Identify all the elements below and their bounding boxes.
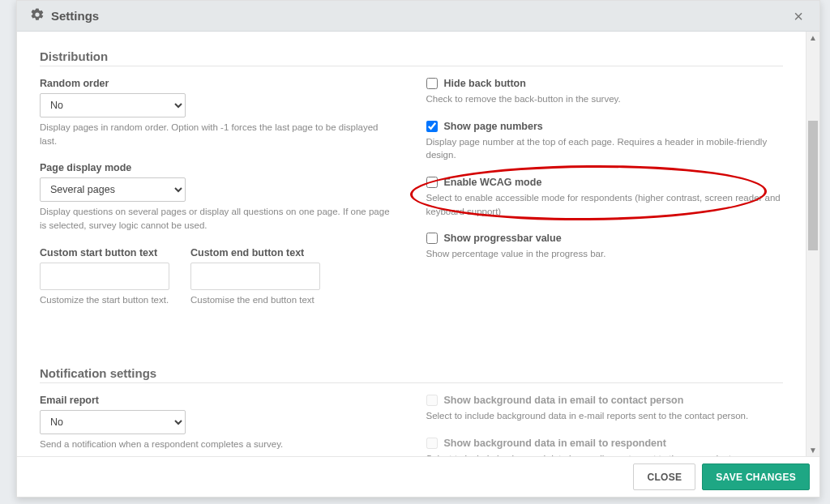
gears-icon bbox=[30, 7, 45, 24]
random-order-help: Display pages in random order. Option wi… bbox=[40, 121, 397, 147]
scroll-down-icon[interactable]: ▼ bbox=[809, 444, 817, 456]
show-page-numbers-label: Show page numbers bbox=[444, 121, 543, 132]
bg-contact-help: Select to include background data in e-m… bbox=[426, 409, 784, 423]
close-button[interactable]: CLOSE bbox=[633, 463, 695, 490]
save-changes-button[interactable]: SAVE CHANGES bbox=[702, 463, 810, 490]
page-display-mode-label: Page display mode bbox=[40, 162, 397, 173]
bg-respondent-label: Show background data in email to respond… bbox=[444, 438, 666, 449]
scroll-thumb[interactable] bbox=[808, 121, 818, 250]
modal-header: Settings × bbox=[17, 1, 819, 32]
custom-end-label: Custom end button text bbox=[190, 247, 320, 258]
custom-start-input[interactable] bbox=[40, 263, 169, 290]
random-order-label: Random order bbox=[40, 78, 397, 89]
show-page-numbers-checkbox[interactable] bbox=[426, 121, 438, 132]
modal-title: Settings bbox=[51, 9, 99, 23]
custom-start-label: Custom start button text bbox=[40, 247, 169, 258]
page-display-mode-select[interactable]: Several pages bbox=[40, 177, 186, 202]
bg-respondent-help: Select to include background data in e-m… bbox=[426, 452, 784, 456]
modal-body: Distribution Random order No Display pag… bbox=[17, 32, 806, 456]
custom-end-input[interactable] bbox=[190, 263, 320, 290]
show-progressbar-help: Show percentage value in the progress ba… bbox=[426, 247, 784, 261]
field-enable-wcag: Enable WCAG mode Select to enable access… bbox=[426, 177, 784, 218]
email-report-label: Email report bbox=[40, 395, 397, 406]
close-icon[interactable]: × bbox=[790, 8, 806, 24]
hide-back-label: Hide back button bbox=[444, 78, 526, 89]
custom-end-help: Customise the end button text bbox=[190, 293, 320, 307]
field-custom-end-button: Custom end button text Customise the end… bbox=[190, 247, 320, 307]
show-page-numbers-help: Display page number at the top of each p… bbox=[426, 135, 784, 162]
modal-footer: CLOSE SAVE CHANGES bbox=[17, 456, 819, 497]
bg-contact-label: Show background data in email to contact… bbox=[444, 395, 684, 406]
show-progressbar-label: Show progressbar value bbox=[444, 233, 562, 244]
distribution-left-col: Random order No Display pages in random … bbox=[40, 78, 397, 321]
field-bg-respondent: Show background data in email to respond… bbox=[426, 438, 784, 456]
hide-back-help: Check to remove the back-button in the s… bbox=[426, 92, 784, 106]
scrollbar[interactable]: ▲ ▼ bbox=[806, 32, 819, 456]
enable-wcag-help: Select to enable accessible mode for res… bbox=[426, 191, 784, 218]
hide-back-checkbox[interactable] bbox=[426, 78, 438, 89]
section-notification-title: Notification settings bbox=[40, 366, 783, 383]
random-order-select[interactable]: No bbox=[40, 93, 186, 117]
distribution-right-col: Hide back button Check to remove the bac… bbox=[426, 78, 784, 321]
field-email-report: Email report No Send a notification when… bbox=[40, 395, 397, 451]
enable-wcag-checkbox[interactable] bbox=[426, 177, 438, 188]
notification-left-col: Email report No Send a notification when… bbox=[40, 395, 397, 456]
show-progressbar-checkbox[interactable] bbox=[426, 233, 438, 244]
field-show-page-numbers: Show page numbers Display page number at… bbox=[426, 121, 784, 162]
custom-start-help: Customize the start button text. bbox=[40, 293, 169, 307]
bg-respondent-checkbox[interactable] bbox=[426, 438, 438, 449]
email-report-select[interactable]: No bbox=[40, 410, 186, 434]
field-hide-back-button: Hide back button Check to remove the bac… bbox=[426, 78, 784, 106]
notification-right-col: Show background data in email to contact… bbox=[426, 395, 784, 456]
enable-wcag-label: Enable WCAG mode bbox=[444, 177, 542, 188]
field-page-display-mode: Page display mode Several pages Display … bbox=[40, 162, 397, 232]
page-display-mode-help: Display questions on several pages or di… bbox=[40, 205, 397, 232]
section-distribution-title: Distribution bbox=[40, 49, 783, 66]
scroll-up-icon[interactable]: ▲ bbox=[809, 32, 817, 44]
scroll-track[interactable] bbox=[806, 44, 819, 444]
bg-contact-checkbox[interactable] bbox=[426, 395, 438, 406]
email-report-help: Send a notification when a respondent co… bbox=[40, 438, 397, 451]
field-custom-start-button: Custom start button text Customize the s… bbox=[40, 247, 169, 307]
settings-modal: Settings × Distribution Random order No bbox=[16, 0, 820, 498]
modal-body-wrapper: Distribution Random order No Display pag… bbox=[17, 32, 819, 456]
field-random-order: Random order No Display pages in random … bbox=[40, 78, 397, 147]
field-bg-contact: Show background data in email to contact… bbox=[426, 395, 784, 423]
field-show-progressbar-value: Show progressbar value Show percentage v… bbox=[426, 233, 784, 261]
